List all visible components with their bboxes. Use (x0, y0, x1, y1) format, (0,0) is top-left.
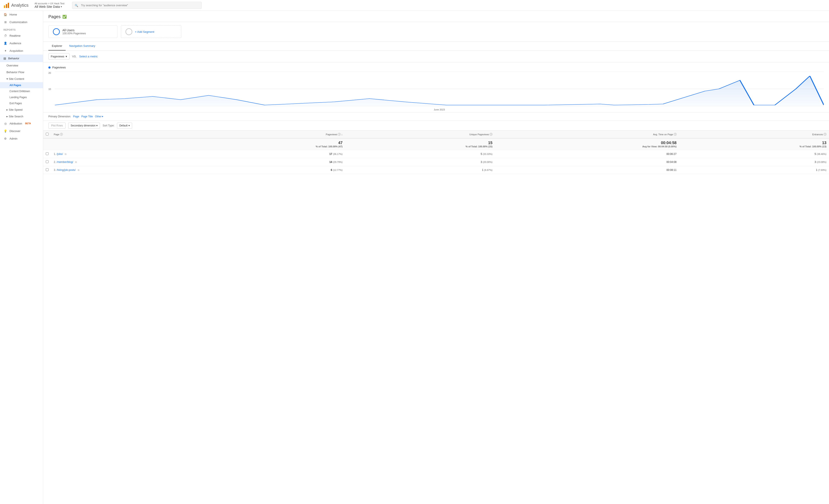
row2-entrances: 3 (23.08%) (679, 158, 829, 166)
sidebar-item-admin[interactable]: ⚙ Admin (0, 135, 43, 143)
pageviews-help-icon[interactable]: ? (338, 133, 341, 136)
th-entrances: Entrances ? (679, 130, 829, 138)
behavior-icon: ▤ (3, 57, 6, 60)
row3-ent-pct: (7.69%) (818, 169, 826, 171)
metric-dropdown-arrow: ▾ (66, 55, 67, 58)
sidebar-sub-sub-item-content-drilldown[interactable]: Content Drilldown (0, 88, 43, 94)
row3-checkbox[interactable] (43, 166, 51, 174)
sidebar-item-customization[interactable]: ⊞ Customization (0, 18, 43, 26)
sort-type-dropdown[interactable]: Default ▾ (117, 122, 132, 128)
row1-checkbox[interactable] (43, 150, 51, 158)
acquisition-icon: ✦ (3, 49, 7, 52)
totals-entrances-cell: 13 % of Total: 100.00% (13) (679, 138, 829, 150)
row1-copy-icon[interactable]: ⧉ (65, 153, 67, 155)
totals-avg-time-cell: 00:04:58 Avg for View: 00:04:58 (0.00%) (495, 138, 679, 150)
segment-card-all-users[interactable]: All Users 100.00% Pageviews (48, 26, 117, 38)
sidebar-item-behavior[interactable]: ▤ Behavior (0, 54, 43, 62)
sidebar-sub-sub-item-landing-pages[interactable]: Landing Pages (0, 94, 43, 100)
row3-upv-pct: (6.67%) (484, 169, 493, 171)
segment-row: All Users 100.00% Pageviews + Add Segmen… (43, 22, 829, 42)
dimension-other-label: Other (95, 115, 102, 118)
tab-explorer[interactable]: Explorer (48, 42, 66, 50)
sidebar-sub-item-site-speed[interactable]: ▸ Site Speed (0, 106, 43, 113)
sort-down-arrow: ↓ (341, 133, 343, 136)
th-unique-pv-label: Unique Pageviews ? (469, 133, 493, 136)
sidebar-item-label-behavior: Behavior (8, 57, 19, 60)
svg-rect-0 (4, 5, 5, 8)
sidebar-item-realtime[interactable]: ⏱ Realtime (0, 32, 43, 39)
sidebar-label-site-speed: ▸ Site Speed (6, 108, 23, 111)
data-table: Page ? Pageviews ? ↓ (43, 130, 829, 174)
row3-page-link[interactable]: /hiring/job-posts/ (57, 168, 76, 171)
sidebar-item-acquisition[interactable]: ✦ Acquisition (0, 47, 43, 54)
tab-navigation-summary[interactable]: Navigation Summary (66, 42, 99, 50)
add-segment-button[interactable]: + Add Segment (121, 26, 181, 38)
sidebar-sub-item-behavior-flow[interactable]: Behavior Flow (0, 69, 43, 76)
app-name: Analytics (11, 3, 29, 8)
dimension-page-link[interactable]: Page (73, 115, 79, 118)
account-selector[interactable]: All Web Site Data ▾ (35, 5, 64, 8)
table-controls: Plot Rows Secondary dimension ▾ Sort Typ… (43, 121, 829, 130)
page-help-icon[interactable]: ? (60, 133, 63, 136)
account-breadcrumb: All accounts > UX Hack Test (35, 2, 64, 5)
sidebar-sub-sub-item-all-pages[interactable]: All Pages (0, 82, 43, 88)
row1-page-link[interactable]: /jobs/ (57, 153, 63, 156)
account-dropdown-arrow: ▾ (61, 5, 62, 8)
search-input[interactable] (72, 2, 202, 9)
metric-dropdown[interactable]: Pageviews ▾ (48, 53, 70, 60)
select-all-checkbox[interactable] (46, 133, 48, 135)
table-row: 1. /jobs/ ⧉ 17 (36.17%) 5 (33.33%) 00:06… (43, 150, 829, 158)
chart-legend: Pageviews (48, 66, 824, 69)
totals-checkbox-cell (43, 138, 51, 150)
sidebar-item-home[interactable]: 🏠 Home (0, 11, 43, 18)
metric-selected: Pageviews (51, 55, 64, 58)
sidebar-item-discover[interactable]: 💡 Discover (0, 127, 43, 135)
dimension-page-title-link[interactable]: Page Title (81, 115, 93, 118)
dimension-other-link[interactable]: Other ▾ (95, 115, 103, 118)
sidebar-sub-item-site-search[interactable]: ▸ Site Search (0, 113, 43, 120)
sidebar-sub-item-overview[interactable]: Overview (0, 62, 43, 69)
sidebar-item-attribution[interactable]: ◎ Attribution BETA (0, 120, 43, 127)
chart-x-label: June 2023 (434, 108, 445, 111)
unique-pv-help-icon[interactable]: ? (490, 133, 493, 136)
add-segment-label: + Add Segment (135, 30, 154, 33)
segment-circle-all-users (53, 28, 60, 35)
sidebar-item-audience[interactable]: 👤 Audience (0, 39, 43, 47)
sidebar-sub-sub-item-exit-pages[interactable]: Exit Pages (0, 100, 43, 106)
search-icon: 🔍 (75, 4, 78, 7)
row1-unique-pv: 5 (33.33%) (345, 150, 495, 158)
sidebar-label-site-search: ▸ Site Search (6, 115, 23, 118)
sidebar-item-label-acquisition: Acquisition (9, 49, 23, 52)
th-entrances-label: Entrances ? (812, 133, 826, 136)
grid-icon: ⊞ (3, 21, 7, 24)
app-header: Analytics All accounts > UX Hack Test Al… (0, 0, 829, 11)
plot-rows-button: Plot Rows (48, 122, 66, 128)
totals-page-cell (51, 138, 195, 150)
row2-page-link[interactable]: /member/blog/ (57, 160, 73, 163)
avg-time-help-icon[interactable]: ? (674, 133, 677, 136)
select-metric-link[interactable]: Select a metric (79, 55, 98, 58)
secondary-dimension-label: Secondary dimension (71, 124, 96, 127)
sidebar-item-label-admin: Admin (9, 137, 17, 140)
audience-icon: 👤 (3, 42, 7, 45)
legend-dot-pageviews (48, 67, 50, 69)
tab-explorer-label: Explorer (52, 44, 62, 47)
segment-name: All Users (62, 29, 86, 32)
add-segment-circle (125, 28, 132, 35)
row2-checkbox[interactable] (43, 158, 51, 166)
row3-pv-value: 6 (331, 168, 332, 171)
th-pageviews: Pageviews ? ↓ (195, 130, 345, 138)
sidebar-item-label-discover: Discover (9, 129, 21, 133)
row3-pageviews: 6 (12.77%) (195, 166, 345, 174)
row3-copy-icon[interactable]: ⧉ (78, 169, 79, 171)
row2-ent-pct: (23.08%) (817, 161, 826, 163)
totals-pageviews-cell: 47 % of Total: 100.00% (47) (195, 138, 345, 150)
entrances-help-icon[interactable]: ? (824, 133, 826, 136)
row2-copy-icon[interactable]: ⧉ (75, 161, 77, 163)
sidebar-sub-item-site-content[interactable]: ▾ Site Content (0, 76, 43, 82)
row3-unique-pv: 1 (6.67%) (345, 166, 495, 174)
reports-section-label: REPORTS (0, 26, 43, 32)
secondary-dimension-dropdown[interactable]: Secondary dimension ▾ (68, 122, 100, 128)
svg-rect-2 (8, 3, 9, 8)
sidebar-item-label-audience: Audience (9, 42, 21, 45)
